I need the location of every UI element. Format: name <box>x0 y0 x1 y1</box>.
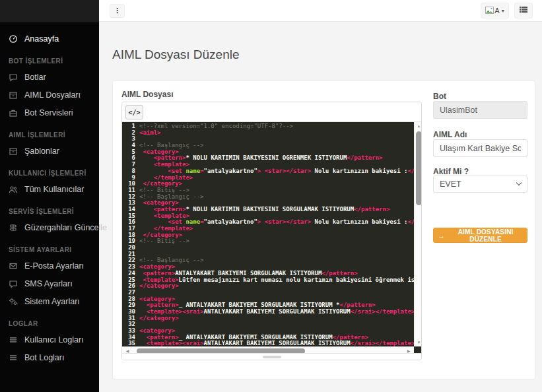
code-line: 31</category> <box>125 315 414 322</box>
bot-label: Bot <box>433 92 446 101</box>
sidebar-item-kullanıcı-logları[interactable]: Kullanıcı Logları <box>0 331 99 348</box>
aiml-name-label: AIML Adı <box>433 130 467 139</box>
sidebar-item-güzergahları-güncelle[interactable]: Güzergahları Güncelle <box>0 218 99 236</box>
sidebar-item-label: Sistem Ayarları <box>24 297 80 306</box>
sidebar-item-label: Şablonlar <box>24 147 59 156</box>
code-line: 19<!-- Bitiş --> <box>125 238 414 245</box>
editor-resize-handle[interactable] <box>263 356 281 358</box>
code-line: 2<aiml> <box>125 130 414 137</box>
vertical-scrollbar[interactable]: ▲ ▼ <box>414 122 422 346</box>
code-line: 26</category> <box>125 283 414 290</box>
sidebar-header <box>0 0 99 23</box>
sidebar-item-sistem-ayarları[interactable]: Sistem Ayarları <box>0 292 99 310</box>
sidebar-item-label: E-Posta Ayarları <box>24 261 84 271</box>
topbar: ⋮ A ▾ <box>99 0 542 22</box>
sidebar: AnasayfaBOT İŞLEMLERİBotlarAIML Dosyalar… <box>0 0 99 392</box>
sidebar-item-anasayfa[interactable]: Anasayfa <box>0 30 99 48</box>
gears-icon <box>9 296 18 306</box>
sidebar-item-e-posta-ayarları[interactable]: E-Posta Ayarları <box>0 257 99 275</box>
archive-icon <box>9 146 18 156</box>
sidebar-item-label: SMS Ayarları <box>24 279 73 288</box>
scroll-down-arrow-icon[interactable]: ▼ <box>415 339 422 346</box>
sidebar-section-header: SERVİS İŞLEMLERİ <box>0 207 99 216</box>
envelope-icon <box>9 261 18 271</box>
sidebar-item-sms-ayarları[interactable]: SMS Ayarları <box>0 275 99 292</box>
language-label: A <box>494 7 499 15</box>
arrow-right-icon: → <box>438 232 445 240</box>
app-window: AnasayfaBOT İŞLEMLERİBotlarAIML Dosyalar… <box>0 0 542 392</box>
chat-icon <box>9 72 18 82</box>
sidebar-section-header: BOT İŞLEMLERİ <box>0 57 99 65</box>
sidebar-item-bot-logları[interactable]: Bot Logları <box>0 348 99 366</box>
comment-icon <box>9 278 18 288</box>
sidebar-section-header: SİSTEM AYARLARI <box>0 245 99 254</box>
active-label: Aktif Mi ? <box>433 167 469 176</box>
list-icon <box>9 352 18 362</box>
content-card: AIML Dosyası </> 1<!--?xml version="1.0"… <box>112 81 535 379</box>
active-select[interactable]: EVET <box>433 176 527 193</box>
code-line: 20 <box>125 245 414 251</box>
sidebar-item-label: AIML Dosyaları <box>24 90 81 100</box>
sidebar-section-header: AIML İŞLEMLERİ <box>0 131 99 139</box>
aiml-file-label: AIML Dosyası <box>121 90 173 99</box>
sidebar-nav: AnasayfaBOT İŞLEMLERİBotlarAIML Dosyalar… <box>0 23 99 366</box>
sidebar-item-botlar[interactable]: Botlar <box>0 68 99 86</box>
menu-list-button[interactable] <box>514 3 533 18</box>
sidebar-item-label: Kullanıcı Logları <box>24 335 84 344</box>
list-icon <box>9 335 18 344</box>
briefcase-icon <box>9 108 18 117</box>
editor-resize-strip <box>122 353 421 360</box>
active-select-wrap: EVET <box>433 176 527 193</box>
vertical-scroll-thumb[interactable] <box>416 131 422 205</box>
edit-aiml-file-button-label: AIML DOSYASINI DÜZENLE <box>448 228 523 243</box>
sidebar-item-label: Güzergahları Güncelle <box>24 223 107 232</box>
gauge-icon <box>9 34 18 44</box>
sidebar-toggle-button[interactable]: ⋮ <box>110 4 125 18</box>
language-dropdown-button[interactable]: A ▾ <box>481 3 509 18</box>
edit-aiml-file-button[interactable]: → AIML DOSYASINI DÜZENLE <box>433 228 527 243</box>
signs-icon <box>9 222 18 232</box>
list-rows-icon <box>519 5 528 16</box>
code-content[interactable]: 1<!--?xml version="1.0" encoding="UTF-8"… <box>122 122 414 354</box>
caret-down-icon: ▾ <box>502 8 504 14</box>
users-icon <box>9 184 18 194</box>
code-view-button[interactable]: </> <box>125 105 143 119</box>
code-line: 1<!--?xml version="1.0" encoding="UTF-8"… <box>125 123 414 130</box>
sidebar-item-label: Bot Logları <box>24 353 64 362</box>
sidebar-item-bot-servisleri[interactable]: Bot Servisleri <box>0 104 99 121</box>
aiml-editor: </> 1<!--?xml version="1.0" encoding="UT… <box>121 102 422 360</box>
bot-input <box>433 101 527 119</box>
sidebar-section-header: LOGLAR <box>0 319 99 328</box>
sidebar-item-tüm-kullanıcılar[interactable]: Tüm Kullanıcılar <box>0 180 99 198</box>
editor-toolbar: </> <box>122 102 421 122</box>
flag-image-icon <box>485 7 494 15</box>
sidebar-item-label: Anasayfa <box>24 34 59 44</box>
sidebar-item-şablonlar[interactable]: Şablonlar <box>0 142 99 160</box>
sidebar-item-label: Botlar <box>24 73 46 82</box>
vertical-dots-icon: ⋮ <box>114 7 121 15</box>
page-title: AIML Dosyası Düzenle <box>112 48 240 62</box>
scroll-up-arrow-icon[interactable]: ▲ <box>415 122 422 130</box>
sidebar-section-header: KULLANICI İŞLEMLERİ <box>0 169 99 178</box>
sidebar-item-aiml-dosyaları[interactable]: AIML Dosyaları <box>0 86 99 104</box>
sidebar-item-label: Tüm Kullanıcılar <box>24 185 84 194</box>
aiml-name-input[interactable] <box>433 139 527 157</box>
archive-icon <box>9 90 18 100</box>
sidebar-item-label: Bot Servisleri <box>24 108 73 117</box>
code-region[interactable]: 1<!--?xml version="1.0" encoding="UTF-8"… <box>122 122 422 354</box>
